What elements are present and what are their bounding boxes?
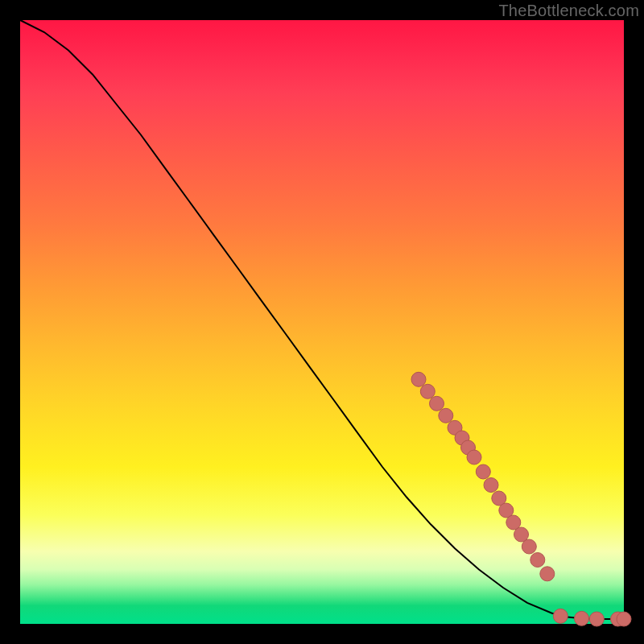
data-marker xyxy=(617,612,631,626)
data-marker xyxy=(530,553,545,568)
data-marker xyxy=(575,611,589,625)
data-marker xyxy=(522,539,536,554)
chart-frame: TheBottleneck.com xyxy=(0,0,644,644)
curve-line xyxy=(20,20,624,619)
data-marker xyxy=(430,396,444,411)
watermark-text: TheBottleneck.com xyxy=(498,2,639,20)
chart-svg xyxy=(20,20,624,624)
data-marker xyxy=(589,612,604,626)
data-marker xyxy=(553,609,568,623)
plot-area xyxy=(20,20,624,624)
data-marker xyxy=(484,478,498,493)
data-marker xyxy=(420,384,435,398)
data-marker xyxy=(411,372,426,386)
data-marker xyxy=(540,567,555,581)
marker-group xyxy=(411,372,631,626)
data-marker xyxy=(467,450,481,464)
data-marker xyxy=(439,408,453,423)
data-marker xyxy=(476,464,490,479)
